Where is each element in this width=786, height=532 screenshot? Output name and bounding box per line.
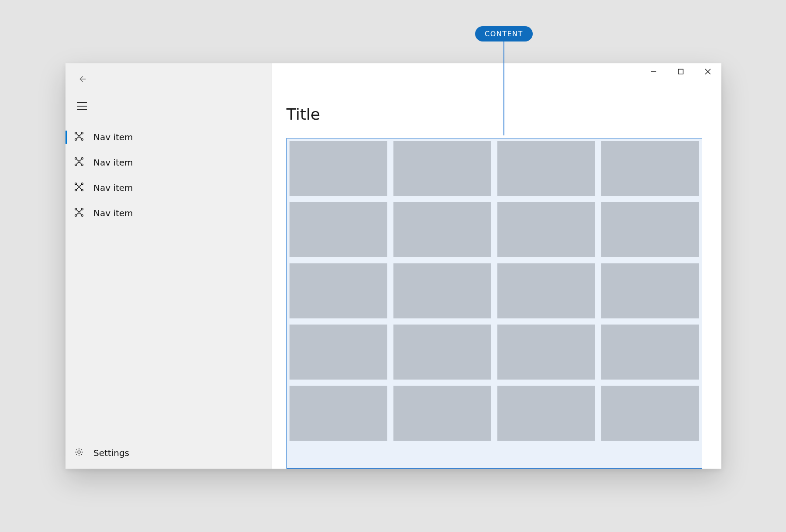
nav-placeholder-icon — [74, 157, 84, 169]
hamburger-icon — [77, 102, 87, 112]
nav-item-0[interactable]: Nav item — [66, 124, 271, 150]
svg-point-34 — [78, 211, 80, 213]
content-tile[interactable] — [601, 386, 699, 441]
close-button[interactable] — [694, 63, 721, 81]
content-tile[interactable] — [290, 386, 387, 441]
content-tile[interactable] — [290, 141, 387, 196]
hamburger-button[interactable] — [69, 94, 95, 120]
minimize-icon — [651, 68, 657, 76]
content-tile[interactable] — [601, 263, 699, 318]
svg-line-9 — [80, 134, 82, 135]
content-tile[interactable] — [601, 141, 699, 196]
nav-placeholder-icon — [74, 207, 84, 219]
nav-list: Nav item Nav item Nav item Nav item — [66, 124, 271, 226]
content-tile[interactable] — [393, 141, 491, 196]
close-icon — [705, 68, 711, 76]
content-tile[interactable] — [601, 202, 699, 257]
svg-line-11 — [80, 137, 82, 138]
content-tile[interactable] — [393, 325, 491, 380]
svg-line-29 — [80, 187, 82, 189]
svg-point-39 — [78, 451, 80, 453]
content-tile[interactable] — [497, 325, 595, 380]
nav-item-1[interactable]: Nav item — [66, 150, 271, 175]
svg-line-8 — [76, 134, 78, 135]
maximize-icon — [678, 68, 684, 76]
svg-line-18 — [80, 159, 82, 161]
svg-line-36 — [80, 210, 82, 211]
content-grid-outline — [286, 138, 702, 469]
nav-item-3[interactable]: Nav item — [66, 200, 271, 226]
svg-line-19 — [76, 162, 78, 164]
back-button[interactable] — [69, 67, 95, 93]
minimize-button[interactable] — [640, 63, 667, 81]
content-tile[interactable] — [290, 263, 387, 318]
svg-line-38 — [80, 213, 82, 214]
nav-item-label: Nav item — [93, 208, 133, 218]
svg-rect-41 — [679, 69, 683, 74]
content-tile[interactable] — [393, 202, 491, 257]
svg-line-26 — [76, 184, 78, 186]
annotation-pill: CONTENT — [475, 26, 533, 41]
svg-line-27 — [80, 184, 82, 186]
content-tile[interactable] — [497, 141, 595, 196]
svg-line-17 — [76, 159, 78, 161]
annotation-callout: CONTENT — [475, 26, 533, 135]
svg-line-35 — [76, 210, 78, 211]
nav-item-2[interactable]: Nav item — [66, 175, 271, 200]
settings-label: Settings — [93, 448, 129, 458]
content-tile[interactable] — [497, 386, 595, 441]
content-tile[interactable] — [497, 263, 595, 318]
svg-line-20 — [80, 162, 82, 164]
content-tile[interactable] — [290, 202, 387, 257]
content-tile[interactable] — [393, 386, 491, 441]
nav-placeholder-icon — [74, 182, 84, 194]
svg-line-28 — [76, 187, 78, 189]
nav-item-label: Nav item — [93, 157, 133, 168]
gear-icon — [74, 447, 84, 459]
nav-placeholder-icon — [74, 131, 84, 143]
nav-item-label: Nav item — [93, 132, 133, 142]
settings-button[interactable]: Settings — [66, 440, 271, 466]
app-window: Nav item Nav item Nav item Nav item — [66, 63, 721, 469]
svg-line-10 — [76, 137, 78, 138]
svg-point-25 — [78, 186, 80, 187]
arrow-left-icon — [77, 74, 87, 86]
annotation-connector-line — [503, 41, 504, 135]
nav-item-label: Nav item — [93, 183, 133, 193]
svg-line-37 — [76, 213, 78, 214]
sidebar: Nav item Nav item Nav item Nav item — [66, 63, 272, 469]
content-tile[interactable] — [601, 325, 699, 380]
maximize-button[interactable] — [667, 63, 694, 81]
svg-point-7 — [78, 135, 80, 137]
content-tile[interactable] — [290, 325, 387, 380]
content-grid — [290, 141, 699, 441]
svg-point-16 — [78, 160, 80, 162]
content-tile[interactable] — [497, 202, 595, 257]
content-tile[interactable] — [393, 263, 491, 318]
